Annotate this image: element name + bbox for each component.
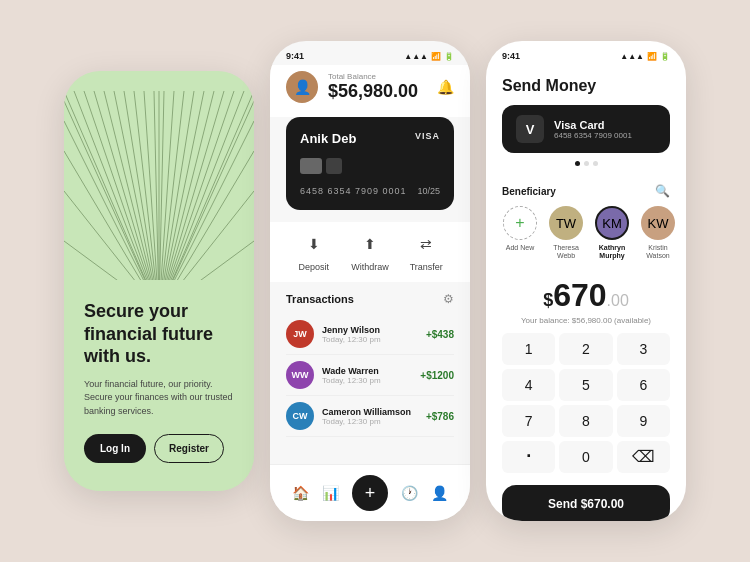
- keypad: 1 2 3 4 5 6 7 8 9 · 0 ⌫: [486, 329, 686, 481]
- svg-line-0: [64, 91, 159, 311]
- status-bar-3: 9:41 ▲▲▲ 📶 🔋: [486, 41, 686, 65]
- add-beneficiary-item[interactable]: + Add New: [502, 206, 538, 252]
- key-8[interactable]: 8: [559, 405, 612, 437]
- hero-description: Your financial future, our priority. Sec…: [84, 378, 234, 419]
- signal-icon: ▲▲▲: [404, 52, 428, 61]
- deposit-icon: ⬇: [296, 230, 332, 258]
- beneficiary-kristin[interactable]: KW Kristin Watson: [640, 206, 676, 261]
- key-0[interactable]: 0: [559, 441, 612, 473]
- profile-nav-icon[interactable]: 👤: [431, 485, 448, 501]
- notification-icon[interactable]: 🔔: [437, 79, 454, 95]
- chip-icon-2: [326, 158, 342, 174]
- card-number: 6458 6354 7909 0001: [300, 186, 407, 196]
- txn-amount-2: +$1200: [420, 370, 454, 381]
- svg-line-16: [159, 91, 214, 311]
- amount-main: 670: [553, 277, 606, 314]
- home-nav-icon[interactable]: 🏠: [292, 485, 309, 501]
- name-kristin: Kristin Watson: [640, 244, 676, 261]
- chip-icon: [300, 158, 322, 174]
- avatar-kathryn: KM: [595, 206, 629, 240]
- card-pagination-dots: [502, 161, 670, 166]
- name-kathryn: Kathryn Murphy: [594, 244, 630, 261]
- table-row[interactable]: CW Cameron Williamson Today, 12:30 pm +$…: [286, 396, 454, 437]
- key-2[interactable]: 2: [559, 333, 612, 365]
- txn-name-3: Cameron Williamson: [322, 407, 418, 417]
- transfer-icon: ⇄: [408, 230, 444, 258]
- chart-nav-icon[interactable]: 📊: [322, 485, 339, 501]
- phone-2: 9:41 ▲▲▲ 📶 🔋 👤 Total Balance $56,980.00 …: [270, 41, 470, 521]
- svg-line-15: [159, 91, 204, 311]
- key-9[interactable]: 9: [617, 405, 670, 437]
- send-button[interactable]: Send $670.00: [502, 485, 670, 521]
- key-7[interactable]: 7: [502, 405, 555, 437]
- withdraw-action[interactable]: ⬆ Withdraw: [351, 230, 389, 272]
- amount-dollar-sign: $: [543, 290, 553, 311]
- withdraw-icon: ⬆: [352, 230, 388, 258]
- status-icons-3: ▲▲▲ 📶 🔋: [620, 52, 670, 61]
- dot-1: [575, 161, 580, 166]
- txn-date-3: Today, 12:30 pm: [322, 417, 418, 426]
- header-section: 👤 Total Balance $56,980.00 🔔: [270, 65, 470, 117]
- txn-date-1: Today, 12:30 pm: [322, 335, 418, 344]
- table-row[interactable]: WW Wade Warren Today, 12:30 pm +$1200: [286, 355, 454, 396]
- wifi-icon-3: 📶: [647, 52, 657, 61]
- send-header: Send Money V Visa Card 6458 6354 7909 00…: [486, 65, 686, 184]
- signal-icon-3: ▲▲▲: [620, 52, 644, 61]
- add-nav-button[interactable]: +: [352, 475, 388, 511]
- beneficiary-list: + Add New TW Theresa Webb KM Kathryn Mur…: [502, 206, 670, 261]
- key-6[interactable]: 6: [617, 369, 670, 401]
- battery-icon-3: 🔋: [660, 52, 670, 61]
- svg-line-6: [124, 91, 159, 311]
- key-delete[interactable]: ⌫: [617, 441, 670, 473]
- svg-line-20: [159, 91, 254, 311]
- visa-card-name: Visa Card: [554, 119, 656, 131]
- hero-title: Secure your financial future with us.: [84, 300, 234, 368]
- available-balance: Your balance: $56,980.00 (available): [502, 316, 670, 325]
- deposit-action[interactable]: ⬇ Deposit: [296, 230, 332, 272]
- actions-row: ⬇ Deposit ⬆ Withdraw ⇄ Transfer: [270, 222, 470, 282]
- amount-section: $ 670 .00 Your balance: $56,980.00 (avai…: [486, 269, 686, 329]
- send-title: Send Money: [502, 77, 670, 95]
- avatar-kristin: KW: [641, 206, 675, 240]
- txn-name-1: Jenny Wilson: [322, 325, 418, 335]
- beneficiary-title: Beneficiary: [502, 186, 556, 197]
- svg-line-4: [104, 91, 159, 311]
- key-1[interactable]: 1: [502, 333, 555, 365]
- table-row[interactable]: JW Jenny Wilson Today, 12:30 pm +$438: [286, 314, 454, 355]
- wifi-icon: 📶: [431, 52, 441, 61]
- key-dot[interactable]: ·: [502, 441, 555, 473]
- add-new-label: Add New: [506, 244, 534, 252]
- key-3[interactable]: 3: [617, 333, 670, 365]
- dot-2: [584, 161, 589, 166]
- key-4[interactable]: 4: [502, 369, 555, 401]
- svg-line-18: [159, 91, 234, 311]
- dot-3: [593, 161, 598, 166]
- visa-card-bar[interactable]: V Visa Card 6458 6354 7909 0001: [502, 105, 670, 153]
- transactions-title: Transactions: [286, 293, 354, 305]
- login-button[interactable]: Log In: [84, 434, 146, 463]
- clock-nav-icon[interactable]: 🕐: [401, 485, 418, 501]
- bottom-nav: 🏠 📊 + 🕐 👤: [270, 464, 470, 521]
- txn-name-2: Wade Warren: [322, 366, 412, 376]
- filter-icon[interactable]: ⚙: [443, 292, 454, 306]
- user-avatar: 👤: [286, 71, 318, 103]
- txn-amount-3: +$786: [426, 411, 454, 422]
- txn-amount-1: +$438: [426, 329, 454, 340]
- register-button[interactable]: Register: [154, 434, 224, 463]
- beneficiary-kathryn[interactable]: KM Kathryn Murphy: [594, 206, 630, 261]
- beneficiary-section: Beneficiary 🔍 + Add New TW Theresa Webb …: [486, 184, 686, 269]
- deposit-label: Deposit: [298, 262, 329, 272]
- status-bar: 9:41 ▲▲▲ 📶 🔋: [270, 41, 470, 65]
- status-icons: ▲▲▲ 📶 🔋: [404, 52, 454, 61]
- status-time-3: 9:41: [502, 51, 520, 61]
- balance-label: Total Balance: [328, 72, 427, 81]
- txn-avatar-cw: CW: [286, 402, 314, 430]
- search-icon[interactable]: 🔍: [655, 184, 670, 198]
- key-5[interactable]: 5: [559, 369, 612, 401]
- amount-cents: .00: [607, 292, 629, 310]
- card-brand: VISA: [415, 131, 440, 141]
- battery-icon: 🔋: [444, 52, 454, 61]
- card-expiry: 10/25: [417, 186, 440, 196]
- beneficiary-theresa[interactable]: TW Theresa Webb: [548, 206, 584, 261]
- transfer-action[interactable]: ⇄ Transfer: [408, 230, 444, 272]
